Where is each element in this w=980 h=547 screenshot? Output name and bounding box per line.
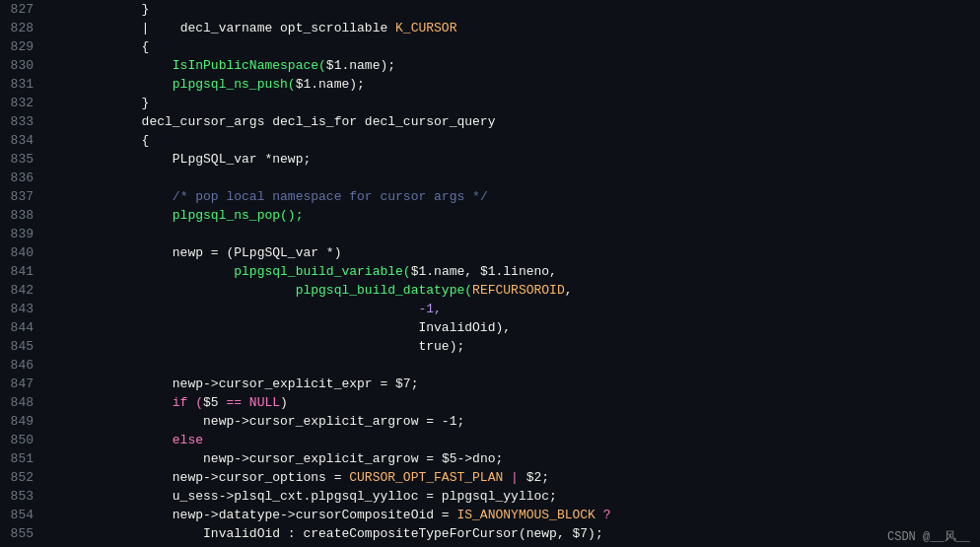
line-number: 837	[0, 187, 49, 206]
line-content: PLpgSQL_var *newp;	[49, 150, 980, 169]
code-line: 854 newp->datatype->cursorCompositeOid =…	[0, 506, 980, 524]
line-number: 832	[0, 94, 49, 112]
line-number: 854	[0, 506, 49, 524]
line-content: -1,	[49, 300, 980, 318]
code-line: 836	[0, 169, 980, 187]
line-content: plpgsql_ns_pop();	[49, 206, 980, 225]
code-line: 840 newp = (PLpgSQL_var *)	[0, 243, 980, 262]
code-line: 838 plpgsql_ns_pop();	[0, 206, 980, 225]
line-number: 835	[0, 150, 49, 169]
line-content: }	[49, 0, 980, 19]
code-line: 833 decl_cursor_args decl_is_for decl_cu…	[0, 112, 980, 131]
line-number: 843	[0, 300, 49, 318]
line-number: 828	[0, 19, 49, 37]
line-content: newp->cursor_options = CURSOR_OPT_FAST_P…	[49, 468, 980, 487]
line-content: plpgsql_build_datatype(REFCURSOROID,	[49, 281, 980, 300]
code-editor: 827 }828 | decl_varname opt_scrollable K…	[0, 0, 980, 547]
line-number: 829	[0, 37, 49, 56]
line-number: 848	[0, 393, 49, 412]
line-content: plpgsql_ns_push($1.name);	[49, 75, 980, 94]
line-number: 849	[0, 412, 49, 431]
line-content: newp->datatype->cursorCompositeOid = IS_…	[49, 506, 980, 524]
code-line: 856 pfree_ext($1.name);	[0, 543, 980, 547]
line-number: 846	[0, 356, 49, 375]
line-number: 840	[0, 243, 49, 262]
code-line: 847 newp->cursor_explicit_expr = $7;	[0, 375, 980, 393]
code-line: 843 -1,	[0, 300, 980, 318]
line-number: 844	[0, 318, 49, 337]
line-number: 842	[0, 281, 49, 300]
line-content: true);	[49, 337, 980, 356]
code-line: 846	[0, 356, 980, 375]
code-line: 830 IsInPublicNamespace($1.name);	[0, 56, 980, 75]
line-content: InvalidOid : createCompositeTypeForCurso…	[49, 524, 980, 543]
line-content: InvalidOid),	[49, 318, 980, 337]
line-number: 852	[0, 468, 49, 487]
bottom-bar: CSDN @__风__	[877, 526, 980, 547]
code-line: 834 {	[0, 131, 980, 150]
code-line: 841 plpgsql_build_variable($1.name, $1.l…	[0, 262, 980, 281]
line-number: 850	[0, 431, 49, 449]
code-line: 844 InvalidOid),	[0, 318, 980, 337]
code-line: 827 }	[0, 0, 980, 19]
line-number: 855	[0, 524, 49, 543]
code-line: 835 PLpgSQL_var *newp;	[0, 150, 980, 169]
code-line: 832 }	[0, 94, 980, 112]
line-number: 833	[0, 112, 49, 131]
code-line: 848 if ($5 == NULL)	[0, 393, 980, 412]
code-line: 842 plpgsql_build_datatype(REFCURSOROID,	[0, 281, 980, 300]
code-line: 839	[0, 225, 980, 243]
line-content: newp->cursor_explicit_argrow = $5->dno;	[49, 449, 980, 468]
line-number: 851	[0, 449, 49, 468]
code-line: 845 true);	[0, 337, 980, 356]
line-number: 827	[0, 0, 49, 19]
line-content: }	[49, 94, 980, 112]
line-content: /* pop local namespace for cursor args *…	[49, 187, 980, 206]
line-content	[49, 169, 980, 187]
line-content: else	[49, 431, 980, 449]
line-number: 830	[0, 56, 49, 75]
line-content: u_sess->plsql_cxt.plpgsql_yylloc = plpgs…	[49, 487, 980, 506]
line-number: 831	[0, 75, 49, 94]
line-content: plpgsql_build_variable($1.name, $1.linen…	[49, 262, 980, 281]
line-content: newp->cursor_explicit_expr = $7;	[49, 375, 980, 393]
line-content	[49, 225, 980, 243]
code-line: 850 else	[0, 431, 980, 449]
line-content: if ($5 == NULL)	[49, 393, 980, 412]
line-content: newp = (PLpgSQL_var *)	[49, 243, 980, 262]
code-line: 855 InvalidOid : createCompositeTypeForC…	[0, 524, 980, 543]
line-content: {	[49, 37, 980, 56]
line-number: 834	[0, 131, 49, 150]
line-number: 841	[0, 262, 49, 281]
line-number: 845	[0, 337, 49, 356]
code-line: 853 u_sess->plsql_cxt.plpgsql_yylloc = p…	[0, 487, 980, 506]
code-line: 837 /* pop local namespace for cursor ar…	[0, 187, 980, 206]
line-content	[49, 356, 980, 375]
code-container: 827 }828 | decl_varname opt_scrollable K…	[0, 0, 980, 547]
line-content: decl_cursor_args decl_is_for decl_cursor…	[49, 112, 980, 131]
code-line: 829 {	[0, 37, 980, 56]
line-number: 856	[0, 543, 49, 547]
code-line: 831 plpgsql_ns_push($1.name);	[0, 75, 980, 94]
line-number: 853	[0, 487, 49, 506]
line-content: newp->cursor_explicit_argrow = -1;	[49, 412, 980, 431]
line-content: IsInPublicNamespace($1.name);	[49, 56, 980, 75]
line-number: 836	[0, 169, 49, 187]
line-number: 847	[0, 375, 49, 393]
line-content: | decl_varname opt_scrollable K_CURSOR	[49, 19, 980, 37]
code-line: 828 | decl_varname opt_scrollable K_CURS…	[0, 19, 980, 37]
line-number: 839	[0, 225, 49, 243]
code-line: 852 newp->cursor_options = CURSOR_OPT_FA…	[0, 468, 980, 487]
line-content: pfree_ext($1.name);	[49, 543, 980, 547]
code-line: 849 newp->cursor_explicit_argrow = -1;	[0, 412, 980, 431]
code-line: 851 newp->cursor_explicit_argrow = $5->d…	[0, 449, 980, 468]
line-content: {	[49, 131, 980, 150]
line-number: 838	[0, 206, 49, 225]
